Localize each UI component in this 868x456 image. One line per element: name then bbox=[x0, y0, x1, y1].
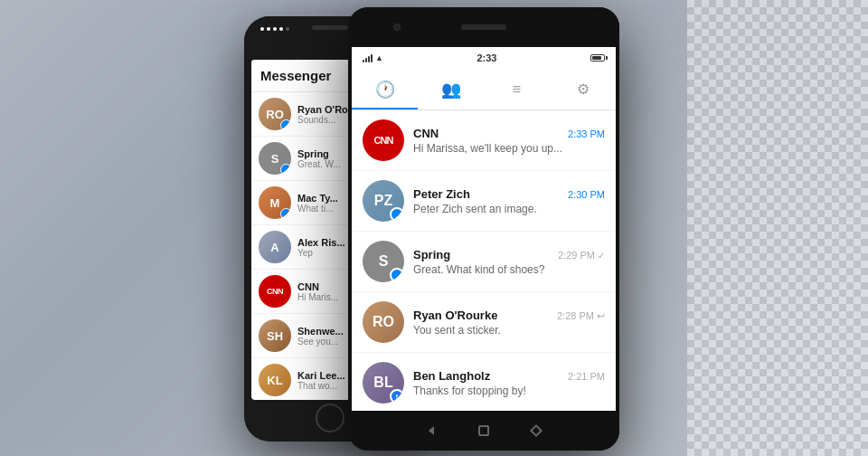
contact-name: Peter Zich bbox=[413, 187, 470, 201]
android-camera bbox=[393, 24, 401, 31]
tab-settings[interactable]: ⚙ bbox=[550, 69, 616, 109]
android-recents-button[interactable] bbox=[528, 423, 544, 439]
message-name-row: Peter Zich 2:30 PM bbox=[413, 187, 605, 201]
messenger-badge bbox=[390, 207, 404, 222]
tab-list[interactable]: ≡ bbox=[484, 69, 550, 109]
message-preview: Great. What kind of shoes? bbox=[413, 263, 605, 276]
gear-icon: ⚙ bbox=[577, 81, 590, 98]
avatar: BL f bbox=[363, 362, 404, 404]
avatar: S bbox=[363, 241, 404, 282]
battery-icon bbox=[590, 54, 605, 62]
list-icon: ≡ bbox=[513, 81, 521, 98]
message-name-row: CNN 2:33 PM bbox=[413, 127, 605, 140]
list-item[interactable]: S Spring 2:29 PM ✓ Great. What kind of s… bbox=[352, 232, 616, 292]
iphone-speaker bbox=[312, 25, 348, 30]
tab-groups[interactable]: 👥 bbox=[418, 69, 484, 109]
android-bottom-nav bbox=[348, 411, 619, 451]
contact-name: Spring bbox=[413, 248, 450, 261]
avatar: PZ bbox=[363, 180, 404, 222]
check-icon: ✓ bbox=[598, 251, 605, 261]
contact-name: Ben Langholz bbox=[413, 369, 490, 383]
statusbar-right bbox=[590, 54, 605, 62]
avatar: RO bbox=[363, 301, 404, 343]
message-content: Ryan O'Rourke 2:28 PM ↩ You sent a stick… bbox=[413, 309, 605, 337]
contact-name: CNN bbox=[413, 127, 439, 140]
android-statusbar: ▲ 2:33 bbox=[352, 47, 616, 69]
avatar: M bbox=[259, 186, 291, 219]
svg-marker-0 bbox=[429, 426, 434, 435]
message-preview: Hi Marissa, we'll keep you up... bbox=[413, 142, 605, 155]
messenger-badge bbox=[280, 119, 291, 130]
signal-icon bbox=[363, 53, 373, 62]
avatar: SH bbox=[259, 319, 291, 352]
message-content: Spring 2:29 PM ✓ Great. What kind of sho… bbox=[413, 248, 605, 276]
iphone-app-title: Messenger bbox=[260, 68, 331, 83]
android-home-button[interactable] bbox=[476, 423, 492, 439]
android-back-button[interactable] bbox=[423, 423, 439, 439]
iphone-home-button[interactable] bbox=[316, 404, 344, 432]
avatar: RO bbox=[259, 98, 291, 130]
list-item[interactable]: PZ Peter Zich 2:30 PM Peter Zich sent an… bbox=[352, 171, 616, 232]
tab-recent[interactable]: 🕐 bbox=[352, 69, 418, 109]
clock-icon: 🕐 bbox=[375, 80, 395, 100]
android-speaker bbox=[461, 24, 506, 30]
avatar: A bbox=[259, 231, 291, 263]
android-screen: ▲ 2:33 🕐 👥 ≡ ⚙ bbox=[352, 47, 616, 411]
message-time: 2:21 PM bbox=[568, 371, 605, 382]
checkered-bg bbox=[687, 0, 868, 456]
message-time: 2:33 PM bbox=[568, 128, 605, 139]
avatar: S bbox=[259, 142, 291, 175]
wifi-icon: ▲ bbox=[375, 53, 383, 62]
statusbar-left: ▲ bbox=[363, 53, 383, 62]
messenger-badge bbox=[280, 208, 291, 219]
list-item[interactable]: CNN CNN 2:33 PM Hi Marissa, we'll keep y… bbox=[352, 110, 616, 171]
avatar: KL bbox=[259, 364, 291, 396]
cnn-avatar: CNN bbox=[259, 275, 291, 308]
android-topframe bbox=[348, 7, 619, 47]
facebook-badge: f bbox=[390, 389, 404, 404]
list-item[interactable]: BL f Ben Langholz 2:21 PM Thanks for sto… bbox=[352, 353, 616, 411]
iphone-status-dots bbox=[260, 27, 289, 31]
message-content: CNN 2:33 PM Hi Marissa, we'll keep you u… bbox=[413, 127, 605, 155]
message-name-row: Spring 2:29 PM ✓ bbox=[413, 248, 605, 261]
list-item[interactable]: RO Ryan O'Rourke 2:28 PM ↩ You sent a st… bbox=[352, 292, 616, 353]
message-preview: You sent a sticker. bbox=[413, 324, 605, 337]
message-name-row: Ben Langholz 2:21 PM bbox=[413, 369, 605, 383]
message-time: 2:29 PM ✓ bbox=[558, 250, 605, 261]
message-content: Peter Zich 2:30 PM Peter Zich sent an im… bbox=[413, 187, 605, 215]
android-message-list: CNN CNN 2:33 PM Hi Marissa, we'll keep y… bbox=[352, 110, 616, 411]
message-name-row: Ryan O'Rourke 2:28 PM ↩ bbox=[413, 309, 605, 322]
message-content: Ben Langholz 2:21 PM Thanks for stopping… bbox=[413, 369, 605, 397]
messenger-badge bbox=[280, 164, 291, 175]
message-time: 2:30 PM bbox=[568, 189, 605, 200]
messenger-badge bbox=[390, 268, 404, 282]
android-device: ▲ 2:33 🕐 👥 ≡ ⚙ bbox=[348, 7, 619, 451]
message-preview: Thanks for stopping by! bbox=[413, 385, 605, 397]
message-time: 2:28 PM ↩ bbox=[557, 310, 605, 322]
cnn-avatar: CNN bbox=[363, 119, 404, 161]
reply-icon: ↩ bbox=[597, 310, 605, 321]
groups-icon: 👥 bbox=[441, 80, 461, 100]
message-preview: Peter Zich sent an image. bbox=[413, 203, 605, 215]
status-time: 2:33 bbox=[476, 52, 496, 63]
messenger-tabs: 🕐 👥 ≡ ⚙ bbox=[352, 69, 616, 110]
contact-name: Ryan O'Rourke bbox=[413, 309, 497, 322]
